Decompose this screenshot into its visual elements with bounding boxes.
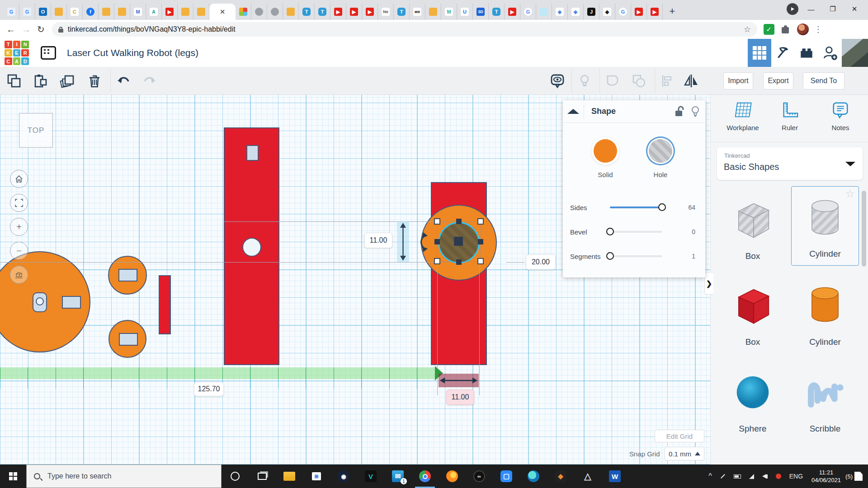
extensions-puzzle-icon[interactable]	[781, 24, 791, 34]
taskbar-icon-store[interactable]: ⊞	[303, 465, 330, 488]
recorder-icon[interactable]	[776, 474, 781, 479]
browser-tab-ublue[interactable]: U	[457, 4, 473, 20]
network-icon[interactable]	[749, 474, 754, 479]
scale-handle-sw[interactable]	[434, 258, 440, 264]
browser-tab-youtube[interactable]: ▶	[330, 4, 346, 20]
browser-tab-youtube[interactable]: ▶	[362, 4, 378, 20]
fit-view-button[interactable]	[10, 194, 28, 212]
dim-width-label[interactable]: 11.00	[446, 389, 474, 405]
invite-person-icon[interactable]	[818, 39, 842, 67]
visibility-bulb-icon[interactable]	[691, 106, 700, 117]
browser-tab-robot[interactable]	[283, 4, 299, 20]
browser-tab-globe[interactable]	[251, 4, 267, 20]
new-tab-button[interactable]: +	[665, 5, 679, 18]
browser-tab-tinkercolor[interactable]	[236, 4, 251, 20]
browser-tab-robot[interactable]	[193, 4, 209, 20]
shape-item-hole-cylinder[interactable]: ☆ Cylinder	[791, 186, 859, 266]
taskbar-icon-teal[interactable]	[520, 465, 547, 488]
rotate-handle[interactable]	[417, 231, 429, 255]
notes-tool[interactable]: Notes	[820, 101, 861, 131]
browser-tab-jblack[interactable]: J	[584, 4, 599, 20]
browser-tab-ne[interactable]: Ne	[378, 4, 394, 20]
browser-tab-threeD[interactable]: 3D	[473, 4, 489, 20]
dim-elevation-label[interactable]: 20.00	[526, 254, 556, 270]
browser-tab-translate[interactable]: G	[19, 4, 35, 20]
browser-tab-tinkerblue[interactable]: T	[299, 4, 315, 20]
minimize-button[interactable]: —	[802, 2, 820, 16]
browser-tab-translate[interactable]: G	[4, 4, 19, 20]
design-canvas[interactable]: TOP + −	[0, 95, 710, 465]
clock[interactable]: 11:21 04/06/2021	[811, 469, 841, 484]
active-tab[interactable]: ✕	[209, 4, 236, 20]
edit-grid-button[interactable]: Edit Grid	[655, 430, 704, 442]
paste-button[interactable]	[33, 73, 48, 89]
reload-button[interactable]: ↻	[37, 24, 45, 35]
view-cube[interactable]: TOP	[19, 113, 53, 148]
browser-tab-robot[interactable]	[425, 4, 441, 20]
redo-button[interactable]	[142, 73, 157, 89]
bevel-slider[interactable]	[610, 231, 662, 233]
browser-tab-robot[interactable]	[99, 4, 114, 20]
browser-tab-google[interactable]: G	[520, 4, 536, 20]
browser-tab-autodesk[interactable]: A	[146, 4, 162, 20]
media-control-button[interactable]	[787, 3, 798, 15]
group-button[interactable]	[605, 73, 620, 89]
taskbar-icon-resolve[interactable]: ◆	[547, 465, 574, 488]
hole-swatch[interactable]	[649, 139, 672, 163]
ruler-tool[interactable]: Ruler	[769, 101, 810, 131]
delete-button[interactable]	[87, 73, 102, 89]
browser-tab-tinkerblue[interactable]: T	[394, 4, 410, 20]
taskbar-icon-cortana[interactable]	[222, 465, 249, 488]
browser-tab-robot[interactable]	[114, 4, 130, 20]
canvas-hole-square-leg1[interactable]	[246, 145, 259, 161]
language-indicator[interactable]: ENG	[789, 473, 803, 480]
taskbar-search[interactable]: Type here to search	[26, 465, 222, 488]
browser-tab-book[interactable]: ◆	[568, 4, 584, 20]
scale-handle-ne[interactable]	[477, 218, 484, 225]
browser-tab-inkscape[interactable]: ◆	[599, 4, 615, 20]
dim-height-bar[interactable]	[397, 221, 409, 262]
maximize-button[interactable]: ❐	[824, 2, 842, 16]
url-field[interactable]: tinkercad.com/things/boVNGaqN3Y8-epic-ha…	[52, 22, 757, 37]
panel-collapse-button[interactable]	[563, 109, 584, 114]
action-center[interactable]: (5)	[845, 472, 863, 481]
blocks-view-button[interactable]	[748, 39, 771, 67]
perspective-toggle-button[interactable]	[10, 266, 28, 284]
browser-tab-youtube[interactable]: ▶	[647, 4, 663, 20]
canvas-shape-small-red-bar[interactable]	[159, 275, 171, 334]
shape-item-red-box[interactable]: Box	[719, 274, 787, 353]
canvas-hole-nut-circle[interactable]	[36, 297, 44, 305]
tinkercad-logo[interactable]: TINKERCAD	[5, 41, 29, 65]
ruler-value-label[interactable]: 125.70	[194, 382, 224, 396]
snap-grid-select[interactable]: 0.1 mm	[665, 447, 704, 460]
shape-library-select[interactable]: Tinkercad Basic Shapes	[717, 147, 863, 180]
shape-item-orange-cylinder[interactable]: Cylinder	[791, 274, 859, 353]
taskbar-icon-word[interactable]: W	[601, 465, 628, 488]
browser-tab-facebook[interactable]: f	[83, 4, 99, 20]
export-button[interactable]: Export	[763, 72, 793, 89]
canvas-hole-rect-1[interactable]	[118, 269, 137, 282]
extension-check-icon[interactable]: ✓	[764, 24, 774, 35]
align-button[interactable]	[659, 73, 675, 89]
browser-tab-robot[interactable]	[51, 4, 67, 20]
edge-handle-e[interactable]	[478, 239, 483, 244]
browser-tab-we[interactable]: we	[410, 4, 425, 20]
browser-tab-google[interactable]: G	[615, 4, 631, 20]
move-handle-center[interactable]	[454, 237, 463, 246]
browser-tab-youtube[interactable]: ▶	[631, 4, 647, 20]
ungroup-button[interactable]	[631, 73, 646, 89]
sides-slider[interactable]	[610, 206, 662, 208]
zoom-out-button[interactable]: −	[10, 242, 28, 260]
taskbar-icon-folder[interactable]	[276, 465, 303, 488]
tray-caret-icon[interactable]: ^	[708, 472, 712, 480]
sidebar-collapse-chevron[interactable]: ❯	[704, 272, 713, 295]
bookmark-star-icon[interactable]: ☆	[744, 24, 751, 34]
browser-tab-cgold[interactable]: C	[67, 4, 83, 20]
url-text[interactable]: tinkercad.com/things/boVNGaqN3Y8-epic-ha…	[68, 25, 744, 33]
taskbar-icon-chrome[interactable]	[411, 465, 439, 488]
light-toggle-icon[interactable]	[577, 73, 592, 89]
account-avatar[interactable]	[842, 39, 868, 67]
browser-tab-youtube[interactable]: ▶	[346, 4, 362, 20]
browser-tab-youtube[interactable]: ▶	[162, 4, 178, 20]
forward-button[interactable]: →	[22, 24, 31, 35]
